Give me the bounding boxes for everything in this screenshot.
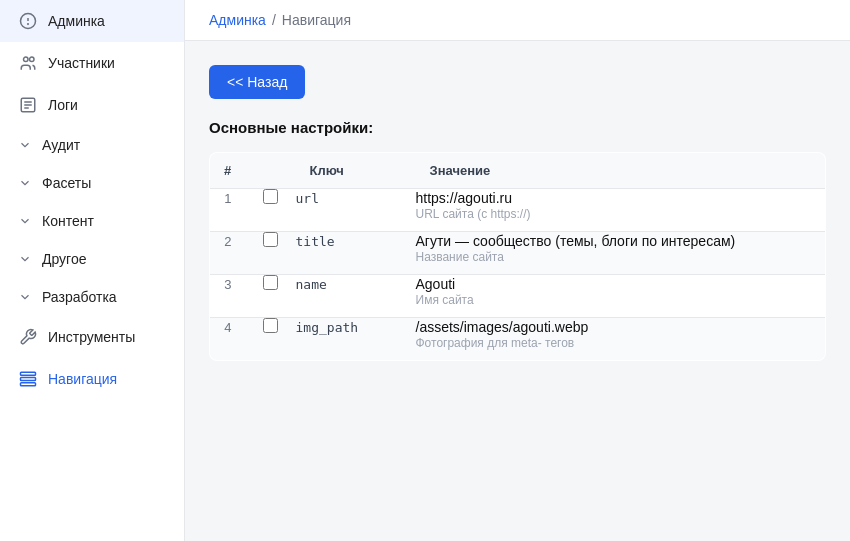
row-key: img_path: [296, 318, 416, 336]
chevron-down-icon: [18, 252, 32, 266]
svg-point-4: [30, 57, 35, 62]
row-checkbox-cell[interactable]: [246, 318, 296, 336]
row-value: Агути — сообщество (темы, блоги по интер…: [416, 232, 826, 250]
row-hint-row: Фотография для meta- тегов: [210, 336, 826, 361]
row-checkbox[interactable]: [263, 318, 278, 333]
row-num: 4: [210, 318, 246, 336]
sidebar-item-logs[interactable]: Логи: [0, 84, 184, 126]
row-checkbox-cell[interactable]: [246, 275, 296, 293]
sidebar-item-label: Контент: [42, 213, 94, 229]
row-key: name: [296, 275, 416, 293]
row-value: /assets/images/agouti.webp: [416, 318, 826, 336]
table-row: 4 img_path /assets/images/agouti.webp: [210, 318, 826, 336]
table-row: 3 name Agouti: [210, 275, 826, 293]
breadcrumb-separator: /: [272, 12, 276, 28]
sidebar-item-label: Другое: [42, 251, 86, 267]
sidebar-item-label: Разработка: [42, 289, 117, 305]
back-button[interactable]: << Назад: [209, 65, 305, 99]
breadcrumb-home-link[interactable]: Админка: [209, 12, 266, 28]
row-hint: Название сайта: [416, 250, 826, 275]
sidebar-item-label: Участники: [48, 55, 115, 71]
row-hint-row: URL сайта (с https://): [210, 207, 826, 232]
nav-icon: [18, 369, 38, 389]
row-num: 1: [210, 189, 246, 208]
chevron-down-icon: [18, 176, 32, 190]
sidebar-item-facets[interactable]: Фасеты: [0, 164, 184, 202]
svg-rect-11: [21, 383, 36, 386]
chevron-down-icon: [18, 290, 32, 304]
row-hint-row: Название сайта: [210, 250, 826, 275]
col-key: Ключ: [296, 153, 416, 189]
row-checkbox-cell[interactable]: [246, 189, 296, 208]
sidebar-item-audit[interactable]: Аудит: [0, 126, 184, 164]
svg-rect-9: [21, 372, 36, 375]
table-row: 2 title Агути — сообщество (темы, блоги …: [210, 232, 826, 250]
col-checkbox: [246, 153, 296, 189]
sidebar-item-dev[interactable]: Разработка: [0, 278, 184, 316]
section-title: Основные настройки:: [209, 119, 826, 136]
warning-icon: [18, 11, 38, 31]
row-value: Agouti: [416, 275, 826, 293]
row-checkbox[interactable]: [263, 275, 278, 290]
row-key: url: [296, 189, 416, 208]
svg-point-2: [28, 24, 29, 25]
row-checkbox-cell[interactable]: [246, 232, 296, 250]
sidebar-item-content[interactable]: Контент: [0, 202, 184, 240]
people-icon: [18, 53, 38, 73]
col-num: #: [210, 153, 246, 189]
row-num: 2: [210, 232, 246, 250]
sidebar-item-tools[interactable]: Инструменты: [0, 316, 184, 358]
sidebar-item-label: Инструменты: [48, 329, 135, 345]
chevron-down-icon: [18, 138, 32, 152]
svg-point-3: [24, 57, 29, 62]
sidebar-item-label: Логи: [48, 97, 78, 113]
row-num: 3: [210, 275, 246, 293]
list-icon: [18, 95, 38, 115]
row-hint: URL сайта (с https://): [416, 207, 826, 232]
row-hint-row: Имя сайта: [210, 293, 826, 318]
row-key: title: [296, 232, 416, 250]
col-value: Значение: [416, 153, 826, 189]
row-checkbox[interactable]: [263, 232, 278, 247]
svg-rect-10: [21, 378, 36, 381]
sidebar-item-adminка[interactable]: Админка: [0, 0, 184, 42]
sidebar-item-label: Навигация: [48, 371, 117, 387]
sidebar-item-participants[interactable]: Участники: [0, 42, 184, 84]
content-area: << Назад Основные настройки: # Ключ Знач…: [185, 41, 850, 541]
sidebar: Админка Участники Логи Аудит Фасеты Конт…: [0, 0, 185, 541]
table-row: 1 url https://agouti.ru: [210, 189, 826, 208]
row-hint: Фотография для meta- тегов: [416, 336, 826, 361]
sidebar-item-label: Аудит: [42, 137, 80, 153]
tools-icon: [18, 327, 38, 347]
settings-table: # Ключ Значение 1 url https://agouti.ru …: [209, 152, 826, 361]
chevron-down-icon: [18, 214, 32, 228]
main-area: Админка / Навигация << Назад Основные на…: [185, 0, 850, 541]
sidebar-item-label: Фасеты: [42, 175, 91, 191]
sidebar-item-other[interactable]: Другое: [0, 240, 184, 278]
sidebar-item-label: Админка: [48, 13, 105, 29]
breadcrumb-current: Навигация: [282, 12, 351, 28]
breadcrumb: Админка / Навигация: [185, 0, 850, 41]
row-hint: Имя сайта: [416, 293, 826, 318]
row-value: https://agouti.ru: [416, 189, 826, 208]
sidebar-item-nav[interactable]: Навигация: [0, 358, 184, 400]
row-checkbox[interactable]: [263, 189, 278, 204]
